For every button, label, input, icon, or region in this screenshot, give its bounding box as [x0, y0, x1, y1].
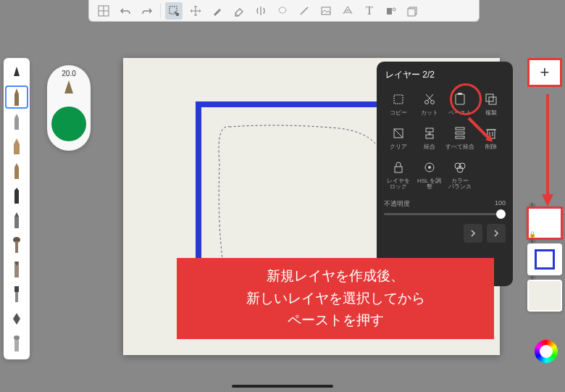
instruction-callout: 新規レイヤを作成後、 新しいレイヤを選択してから ペーストを押す	[177, 258, 494, 339]
layer-thumb-2[interactable]: 👁 🔒	[527, 207, 562, 239]
prev-layer-button[interactable]	[464, 224, 482, 243]
action-copy[interactable]: コピー	[384, 88, 414, 120]
duplicate-icon	[483, 91, 499, 107]
brush-size-value: 20.0	[62, 70, 75, 78]
color-balance-icon	[452, 159, 468, 175]
brush-tool-7[interactable]	[5, 233, 28, 257]
color-picker-button[interactable]	[535, 340, 558, 363]
tool-grid[interactable]	[95, 2, 112, 20]
svg-rect-31	[426, 135, 433, 138]
opacity-slider[interactable]	[384, 213, 506, 215]
layer-thumb-bg[interactable]: 👁	[527, 280, 562, 312]
top-toolbar: T	[88, 0, 480, 22]
action-delete[interactable]: 削除	[477, 122, 506, 154]
separator	[160, 4, 161, 18]
visibility-icon[interactable]: 👁	[529, 201, 536, 209]
action-paste[interactable]: ペースト	[445, 88, 475, 120]
svg-point-21	[430, 101, 434, 104]
tool-redo[interactable]	[138, 2, 156, 20]
merge-all-icon	[452, 125, 468, 141]
action-clear[interactable]: クリア	[384, 122, 414, 154]
svg-rect-34	[456, 136, 464, 138]
lock-icon[interactable]: 🔒	[529, 231, 536, 238]
opacity-value: 100	[495, 199, 506, 209]
brush-palette	[4, 58, 30, 359]
brush-header-icon	[5, 61, 28, 84]
svg-rect-19	[394, 95, 403, 104]
action-hsl[interactable]: HSL を調整	[415, 157, 445, 194]
svg-rect-8	[387, 8, 392, 14]
svg-line-22	[427, 94, 433, 101]
brush-tool-3[interactable]	[5, 135, 28, 158]
paste-icon	[452, 91, 468, 107]
svg-rect-30	[426, 128, 433, 132]
copy-icon	[390, 91, 406, 107]
svg-rect-25	[458, 93, 462, 95]
svg-rect-26	[486, 94, 493, 101]
brush-preview-icon	[58, 79, 80, 101]
action-merge[interactable]: 統合	[415, 122, 445, 154]
brush-tool-4[interactable]	[5, 159, 28, 183]
opacity-control[interactable]: 不透明度 100	[384, 199, 506, 215]
brush-size-panel[interactable]: 20.0	[47, 65, 91, 151]
action-lock[interactable]: レイヤを ロック	[384, 157, 414, 194]
layer-thumbnails: 👁 🔒 👁 👁	[527, 207, 562, 312]
tool-gallery[interactable]	[404, 2, 422, 20]
svg-rect-24	[456, 94, 464, 104]
opacity-label: 不透明度	[384, 199, 410, 209]
svg-line-6	[301, 7, 308, 14]
tool-perspective[interactable]	[339, 2, 356, 20]
brush-tool-8[interactable]	[5, 258, 28, 281]
svg-point-41	[428, 166, 431, 169]
brush-tool-5[interactable]	[5, 184, 28, 207]
svg-rect-16	[15, 292, 18, 302]
cut-icon	[422, 91, 438, 107]
svg-rect-33	[456, 132, 464, 134]
tool-image[interactable]	[317, 2, 335, 20]
action-merge-all[interactable]: すべて統合	[445, 122, 475, 154]
tool-line[interactable]	[296, 2, 313, 20]
brush-tool-1[interactable]	[5, 86, 28, 109]
tool-mirror[interactable]	[252, 2, 269, 20]
layer-panel-title: レイヤー 2/2	[384, 69, 506, 81]
tool-move[interactable]	[187, 2, 204, 20]
layer-thumb-1[interactable]: 👁	[527, 243, 562, 275]
brush-tool-11[interactable]	[5, 332, 28, 355]
clear-icon	[390, 125, 406, 141]
brush-tool-6[interactable]	[5, 209, 28, 232]
svg-rect-32	[456, 128, 464, 130]
svg-rect-27	[489, 97, 496, 104]
tool-undo[interactable]	[117, 2, 134, 20]
svg-rect-12	[14, 217, 19, 228]
layer-panel: レイヤー 2/2 コピー カット ペースト 複製 クリア 統合 すべて統合	[377, 62, 513, 286]
tool-brush[interactable]	[209, 2, 226, 20]
svg-rect-39	[395, 167, 402, 172]
opacity-thumb[interactable]	[496, 209, 506, 219]
visibility-icon[interactable]: 👁	[529, 238, 536, 246]
visibility-icon[interactable]: 👁	[529, 274, 536, 282]
brush-color-indicator[interactable]	[51, 107, 86, 141]
tool-eraser[interactable]	[230, 2, 248, 20]
hsl-icon	[422, 159, 438, 175]
tool-text[interactable]: T	[361, 2, 378, 20]
merge-icon	[422, 125, 438, 141]
tool-lasso[interactable]	[274, 2, 291, 20]
svg-rect-17	[14, 338, 19, 351]
svg-point-9	[393, 8, 396, 11]
brush-tool-2[interactable]	[5, 110, 28, 133]
action-cut[interactable]: カット	[415, 88, 445, 120]
tool-select[interactable]	[165, 2, 183, 20]
next-layer-button[interactable]	[487, 224, 506, 243]
home-indicator	[232, 385, 333, 388]
action-duplicate[interactable]: 複製	[477, 88, 506, 120]
brush-tool-10[interactable]	[5, 307, 28, 330]
brush-tool-9[interactable]	[5, 283, 28, 306]
svg-rect-11	[408, 9, 415, 16]
svg-line-29	[394, 129, 403, 138]
action-color-balance[interactable]: カラー バランス	[445, 157, 475, 194]
svg-point-5	[279, 7, 286, 13]
tool-reference[interactable]	[382, 2, 400, 20]
add-layer-button[interactable]: +	[527, 58, 562, 87]
svg-line-23	[426, 94, 432, 101]
svg-point-18	[14, 335, 20, 340]
